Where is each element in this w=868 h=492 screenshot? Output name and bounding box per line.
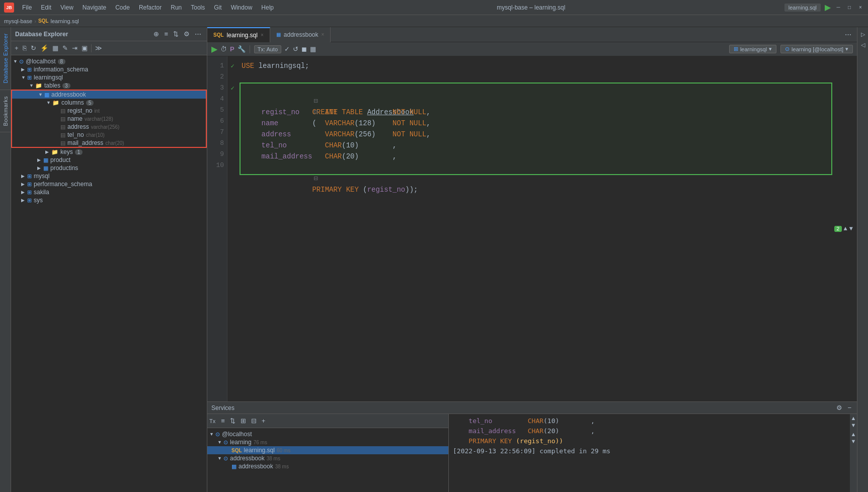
svc-add-btn[interactable]: + — [260, 417, 267, 425]
tab-more-btn[interactable]: ⋯ — [843, 30, 853, 39]
svc-learning[interactable]: ▼ ⊙ learning 76 ms — [207, 438, 448, 446]
right-panel-btn-2[interactable]: ◁ — [861, 40, 865, 50]
menu-help[interactable]: Help — [257, 3, 278, 12]
history-btn[interactable]: ⏱ — [220, 45, 227, 53]
commit-btn[interactable]: ✓ — [284, 45, 290, 53]
add-datasource-btn[interactable]: ⊕ — [152, 30, 161, 38]
menu-code[interactable]: Code — [111, 3, 134, 12]
tab-learning-sql[interactable]: SQL learning.sql × — [207, 27, 270, 42]
copy-btn[interactable]: ⎘ — [21, 44, 28, 52]
schema-selector[interactable]: ⊞ learningsql ▾ — [729, 45, 776, 53]
run-button[interactable]: ▶ — [825, 3, 831, 12]
sort-btn[interactable]: ⇅ — [172, 30, 180, 38]
table-btn[interactable]: ▦ — [51, 44, 60, 52]
breadcrumb-item-project[interactable]: mysql-base — [4, 18, 32, 24]
count-badge: 2 — [834, 226, 842, 232]
col-icon: ▤ — [60, 108, 65, 114]
columns-label: columns — [61, 99, 84, 106]
svc-wrap-btn[interactable]: ≡ — [219, 417, 226, 425]
tree-addressbook[interactable]: ▼ ▦ addressbook — [12, 91, 206, 99]
wrench-btn[interactable]: 🔧 — [238, 45, 246, 53]
close-button[interactable]: × — [857, 4, 864, 11]
minimize-button[interactable]: ─ — [835, 4, 842, 11]
svc-sort-btn[interactable]: ⇅ — [228, 417, 237, 425]
services-minimize-btn[interactable]: − — [846, 403, 853, 412]
ind-8 — [227, 138, 238, 149]
fold-icon-3[interactable]: ⊟ — [312, 96, 319, 107]
menu-window[interactable]: Window — [227, 3, 257, 12]
tree-tables[interactable]: ▼ 📁 tables 3 — [11, 81, 207, 90]
output-line-4: [2022-09-13 22:56:09] completed in 29 ms — [453, 446, 846, 456]
tree-columns[interactable]: ▼ 📁 columns 5 — [12, 99, 206, 107]
edit-btn[interactable]: ✎ — [61, 44, 69, 52]
settings-btn[interactable]: ⚙ — [182, 30, 191, 38]
output-btn[interactable]: ▦ — [310, 45, 316, 53]
nav-up[interactable]: ▲ — [844, 225, 847, 232]
tree-col-regist-no[interactable]: ▶ ▤ regist_no int — [12, 107, 206, 115]
tab-learning-close[interactable]: × — [261, 32, 264, 38]
maximize-button[interactable]: □ — [846, 4, 853, 11]
services-settings-btn[interactable]: ⚙ — [835, 403, 844, 412]
menu-view[interactable]: View — [56, 3, 77, 12]
svc-localhost[interactable]: ▼ ⊙ @localhost — [207, 430, 448, 438]
refresh-btn[interactable]: ↻ — [29, 44, 38, 52]
diagram-btn[interactable]: ▣ — [80, 44, 89, 52]
jump-btn[interactable]: ⇥ — [70, 44, 79, 52]
rollback-btn[interactable]: ↺ — [293, 45, 298, 53]
menu-refactor[interactable]: Refactor — [135, 3, 166, 12]
scroll-btn-3[interactable]: ▲ — [851, 431, 856, 437]
scroll-btn-1[interactable]: ▲ — [851, 415, 856, 421]
session-selector[interactable]: ⊙ learning [@localhost] ▾ — [780, 45, 853, 53]
tree-sakila[interactable]: ▶ ⊞ sakila — [11, 188, 207, 196]
menu-file[interactable]: File — [18, 3, 36, 12]
filter-btn[interactable]: ≡ — [163, 30, 170, 38]
tree-productins[interactable]: ▶ ▦ productins — [11, 164, 207, 172]
tree-performance-schema[interactable]: ▶ ⊞ performance_schema — [11, 180, 207, 188]
edge-tab-bookmarks[interactable]: Bookmarks — [0, 90, 11, 133]
breadcrumb-item-file[interactable]: learning.sql — [50, 18, 78, 24]
ln-3: 3 — [207, 83, 224, 94]
tree-sys[interactable]: ▶ ⊞ sys — [11, 196, 207, 204]
tree-col-mail[interactable]: ▶ ▤ mail_address char(20) — [12, 139, 206, 147]
tree-keys[interactable]: ▶ 📁 keys 1 — [11, 148, 207, 156]
tree-information-schema[interactable]: ▶ ⊞ information_schema — [11, 65, 207, 73]
tree-col-tel-no[interactable]: ▶ ▤ tel_no char(10) — [12, 131, 206, 139]
menu-git[interactable]: Git — [210, 3, 225, 12]
expand-btn[interactable]: ≫ — [94, 44, 104, 52]
execute-btn[interactable]: ▶ — [211, 44, 217, 54]
cancel-btn[interactable]: ◼ — [301, 45, 307, 53]
tree-product[interactable]: ▶ ▦ product — [11, 156, 207, 164]
fold-icon-10[interactable]: ⊟ — [312, 173, 319, 184]
code-editor[interactable]: 1 2 3 4 5 6 7 8 9 10 ✓ ✓ — [207, 56, 857, 401]
svc-addressbook[interactable]: ▼ ⊙ addressbook 38 ms — [207, 454, 448, 462]
tree-mysql[interactable]: ▶ ⊞ mysql — [11, 172, 207, 180]
schema-mgr-btn[interactable]: ⚡ — [39, 44, 50, 52]
svc-pin-btn[interactable]: ⊟ — [250, 417, 258, 425]
tx-selector[interactable]: Tx: Auto — [254, 45, 281, 53]
tab-addressbook-close[interactable]: × — [322, 32, 325, 37]
new-query-btn[interactable]: + — [13, 44, 20, 52]
right-panel-btn-1[interactable]: ▷ — [861, 29, 865, 40]
code-content[interactable]: USE learningsql; ⊟ CREATE TABLE Addressb… — [238, 56, 834, 401]
more-btn[interactable]: ⋯ — [193, 30, 203, 38]
menu-tools[interactable]: Tools — [187, 3, 209, 12]
tree-col-name[interactable]: ▶ ▤ name varchar(128) — [12, 115, 206, 123]
tree-col-address[interactable]: ▶ ▤ address varchar(256) — [12, 123, 206, 131]
scroll-btn-2[interactable]: ▼ — [851, 422, 856, 428]
scroll-btn-4[interactable]: ▼ — [851, 438, 856, 444]
tree-localhost[interactable]: ▼ ⊙ @localhost 8 — [11, 57, 207, 65]
tab-addressbook[interactable]: ▦ addressbook × — [270, 27, 331, 42]
svc-learning-sql[interactable]: ▶ SQL learning.sql 60 ms — [207, 446, 448, 454]
schema-dropdown-icon: ▾ — [769, 46, 772, 52]
menu-run[interactable]: Run — [167, 3, 186, 12]
svc-addressbook-tbl[interactable]: ▶ ▦ addressbook 38 ms — [207, 462, 448, 470]
nav-down[interactable]: ▼ — [849, 225, 853, 232]
menu-edit[interactable]: Edit — [37, 3, 55, 12]
tree-learningsql[interactable]: ▼ ⊞ learningsql — [11, 73, 207, 81]
explain-btn[interactable]: P — [230, 45, 234, 53]
breadcrumb-sql-icon: SQL — [38, 18, 49, 24]
menu-navigate[interactable]: Navigate — [78, 3, 110, 12]
product-icon: ▦ — [43, 157, 48, 163]
svc-group-btn[interactable]: ⊞ — [239, 417, 248, 425]
edge-tab-db-explorer[interactable]: Database Explorer — [0, 27, 11, 90]
